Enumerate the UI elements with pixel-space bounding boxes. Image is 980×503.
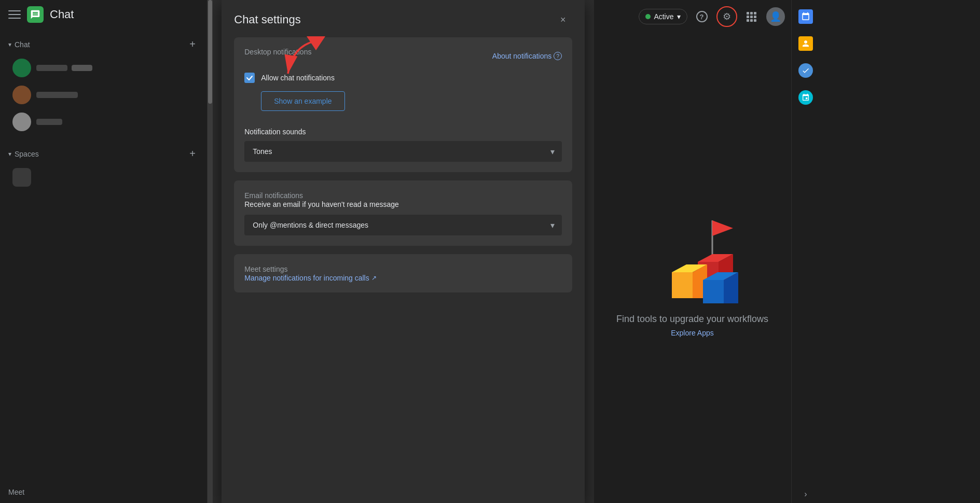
workflow-illustration bbox=[636, 200, 750, 314]
allow-notifications-label: Allow chat notifications bbox=[261, 74, 335, 82]
sidebar-bottom: Meet bbox=[0, 481, 207, 503]
external-link-icon: ↗ bbox=[371, 274, 377, 282]
modal-title: Chat settings bbox=[234, 13, 300, 26]
illustration-area: Find tools to upgrade your workflows Exp… bbox=[594, 33, 791, 503]
desktop-notifications-title: Desktop notifications bbox=[244, 48, 311, 56]
list-item[interactable] bbox=[8, 55, 199, 80]
svg-marker-3 bbox=[712, 220, 733, 236]
calendar-app-icon[interactable] bbox=[793, 4, 818, 29]
contacts-app-icon[interactable] bbox=[793, 31, 818, 56]
list-item[interactable] bbox=[8, 109, 199, 134]
tasks-app-icon[interactable] bbox=[793, 58, 818, 83]
chat-chevron-icon: ▾ bbox=[8, 41, 11, 48]
spaces-section-header: ▾ Spaces + bbox=[8, 143, 199, 165]
spaces-section-label[interactable]: ▾ Spaces bbox=[8, 150, 39, 158]
status-dot-icon bbox=[645, 14, 651, 19]
keep-app-icon[interactable] bbox=[793, 85, 818, 110]
manage-notifications-link[interactable]: Manage notifications for incoming calls … bbox=[244, 274, 562, 282]
status-button[interactable]: Active ▾ bbox=[639, 9, 687, 24]
chat-section-label[interactable]: ▾ Chat bbox=[8, 40, 30, 49]
add-space-button[interactable]: + bbox=[186, 147, 199, 161]
chat-logo-icon bbox=[27, 6, 44, 23]
modal-header: Chat settings × bbox=[222, 0, 585, 37]
about-notifications-link[interactable]: About notifications ? bbox=[492, 52, 562, 60]
email-notifications-title: Email notifications bbox=[244, 191, 303, 200]
scrollbar-thumb bbox=[208, 0, 212, 104]
status-label: Active bbox=[654, 12, 673, 21]
email-notifications-body: Receive an email if you haven't read a m… bbox=[244, 200, 562, 208]
section-top-row: Desktop notifications About notification… bbox=[244, 48, 562, 64]
help-button[interactable]: ? bbox=[692, 6, 712, 27]
list-item[interactable] bbox=[8, 165, 199, 190]
tones-dropdown[interactable]: Tones Chimes None bbox=[244, 141, 562, 162]
right-layout: Active ▾ ? ⚙ 👤 bbox=[594, 0, 981, 503]
space-avatar bbox=[12, 168, 31, 187]
tones-dropdown-wrapper: Tones Chimes None ▾ bbox=[244, 141, 562, 162]
email-notifications-dropdown[interactable]: Only @mentions & direct messages All mes… bbox=[244, 215, 562, 235]
desktop-notifications-section: Desktop notifications About notification… bbox=[234, 37, 572, 172]
main-content: Chat settings × Desktop notifications Ab… bbox=[208, 0, 594, 503]
hamburger-menu-icon[interactable] bbox=[8, 8, 21, 21]
apps-button[interactable] bbox=[741, 6, 762, 27]
top-bar: Active ▾ ? ⚙ 👤 bbox=[594, 0, 791, 33]
grid-apps-icon bbox=[747, 12, 756, 22]
show-example-button[interactable]: Show an example bbox=[261, 91, 344, 111]
avatar bbox=[12, 86, 31, 104]
explore-apps-link[interactable]: Explore Apps bbox=[671, 329, 714, 337]
chat-list bbox=[8, 55, 199, 134]
meet-label: Meet bbox=[8, 488, 24, 496]
chat-section: ▾ Chat + bbox=[0, 29, 207, 138]
help-icon: ? bbox=[696, 11, 708, 22]
explore-title: Find tools to upgrade your workflows bbox=[616, 314, 768, 325]
user-avatar[interactable]: 👤 bbox=[766, 7, 785, 26]
status-chevron-icon: ▾ bbox=[677, 12, 681, 21]
email-notifications-section: Email notifications Receive an email if … bbox=[234, 180, 572, 246]
chat-settings-modal: Chat settings × Desktop notifications Ab… bbox=[222, 0, 585, 503]
close-button[interactable]: × bbox=[554, 10, 572, 29]
allow-notifications-row: Allow chat notifications bbox=[244, 73, 562, 83]
spaces-section: ▾ Spaces + bbox=[0, 138, 207, 194]
add-chat-button[interactable]: + bbox=[186, 37, 199, 51]
meet-settings-section: Meet settings Manage notifications for i… bbox=[234, 254, 572, 292]
right-panel: Active ▾ ? ⚙ 👤 bbox=[594, 0, 791, 503]
chat-section-header: ▾ Chat + bbox=[8, 33, 199, 55]
allow-notifications-checkbox[interactable] bbox=[244, 73, 255, 83]
avatar bbox=[12, 113, 31, 131]
right-icons-bar: › bbox=[791, 0, 820, 503]
email-dropdown-wrapper: Only @mentions & direct messages All mes… bbox=[244, 215, 562, 235]
modal-container: Chat settings × Desktop notifications Ab… bbox=[213, 0, 594, 503]
notification-sounds-label: Notification sounds bbox=[244, 128, 562, 136]
scroll-more-indicator: › bbox=[804, 490, 807, 503]
question-circle-icon: ? bbox=[554, 52, 562, 60]
meet-settings-title: Meet settings bbox=[244, 265, 287, 273]
app-title: Chat bbox=[50, 8, 74, 21]
sidebar: Chat ▾ Chat + bbox=[0, 0, 208, 503]
gear-icon: ⚙ bbox=[723, 11, 731, 22]
modal-scrollbar[interactable] bbox=[208, 0, 213, 503]
list-item[interactable] bbox=[8, 82, 199, 107]
svg-marker-7 bbox=[672, 272, 693, 298]
avatar bbox=[12, 59, 31, 77]
svg-marker-10 bbox=[703, 280, 724, 303]
spaces-chevron-icon: ▾ bbox=[8, 150, 11, 158]
sidebar-header: Chat bbox=[0, 0, 207, 29]
settings-button[interactable]: ⚙ bbox=[716, 6, 737, 27]
